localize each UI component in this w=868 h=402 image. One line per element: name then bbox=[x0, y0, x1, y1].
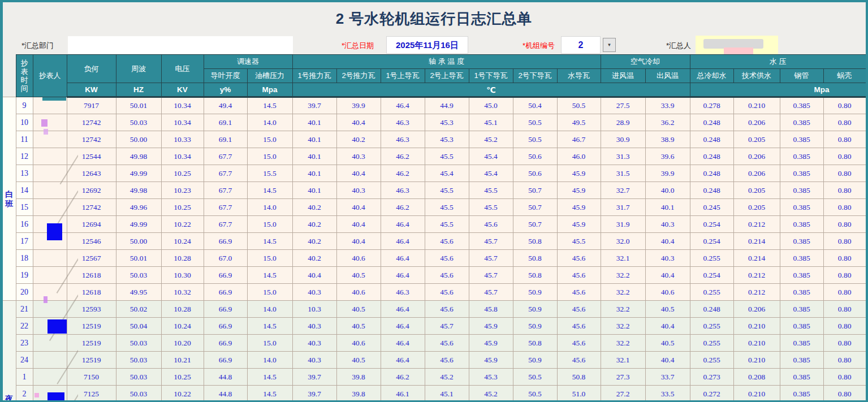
value-cell[interactable]: 40.5 bbox=[336, 267, 381, 284]
value-cell[interactable]: 50.00 bbox=[116, 233, 161, 250]
value-cell[interactable]: 0.385 bbox=[780, 182, 823, 199]
value-cell[interactable]: 40.3 bbox=[336, 148, 381, 165]
value-cell[interactable]: 40.2 bbox=[292, 233, 336, 250]
value-cell[interactable]: 40.5 bbox=[336, 352, 381, 369]
value-cell[interactable]: 45.4 bbox=[469, 148, 513, 165]
value-cell[interactable]: 40.6 bbox=[336, 284, 381, 301]
value-cell[interactable]: 45.5 bbox=[425, 148, 469, 165]
value-cell[interactable]: 0.248 bbox=[690, 182, 733, 199]
value-cell[interactable]: 0.255 bbox=[690, 250, 733, 267]
value-cell[interactable]: 0.80 bbox=[823, 199, 866, 216]
value-cell[interactable]: 40.4 bbox=[336, 216, 381, 233]
value-cell[interactable]: 10.23 bbox=[161, 182, 204, 199]
value-cell[interactable]: 0.210 bbox=[733, 318, 780, 335]
value-cell[interactable]: 66.9 bbox=[204, 318, 247, 335]
value-cell[interactable]: 33.5 bbox=[645, 386, 690, 402]
value-cell[interactable]: 45.8 bbox=[469, 301, 513, 318]
value-cell[interactable]: 0.214 bbox=[733, 233, 780, 250]
value-cell[interactable]: 0.80 bbox=[823, 335, 866, 352]
value-cell[interactable]: 7150 bbox=[67, 369, 116, 386]
value-cell[interactable]: 40.1 bbox=[292, 182, 336, 199]
value-cell[interactable]: 30.9 bbox=[601, 131, 645, 148]
value-cell[interactable]: 10.28 bbox=[161, 250, 204, 267]
value-cell[interactable]: 0.80 bbox=[823, 352, 866, 369]
value-cell[interactable]: 50.5 bbox=[513, 114, 557, 131]
value-cell[interactable]: 45.5 bbox=[469, 199, 513, 216]
value-cell[interactable]: 46.4 bbox=[381, 267, 425, 284]
value-cell[interactable]: 50.7 bbox=[513, 199, 557, 216]
value-cell[interactable]: 50.03 bbox=[116, 352, 161, 369]
value-cell[interactable]: 40.1 bbox=[292, 165, 336, 182]
value-cell[interactable]: 66.9 bbox=[204, 284, 247, 301]
value-cell[interactable]: 10.3 bbox=[292, 301, 336, 318]
value-cell[interactable]: 14.5 bbox=[247, 182, 292, 199]
value-cell[interactable]: 32.2 bbox=[601, 301, 645, 318]
value-cell[interactable]: 0.248 bbox=[690, 114, 733, 131]
value-cell[interactable]: 0.255 bbox=[690, 318, 733, 335]
value-cell[interactable]: 50.03 bbox=[116, 267, 161, 284]
value-cell[interactable]: 40.3 bbox=[292, 284, 336, 301]
value-cell[interactable]: 46.2 bbox=[381, 369, 425, 386]
value-cell[interactable]: 39.7 bbox=[292, 369, 336, 386]
value-cell[interactable]: 0.80 bbox=[823, 182, 866, 199]
value-cell[interactable]: 69.1 bbox=[204, 114, 247, 131]
value-cell[interactable]: 50.03 bbox=[116, 369, 161, 386]
value-cell[interactable]: 0.254 bbox=[690, 233, 733, 250]
value-cell[interactable]: 39.6 bbox=[645, 148, 690, 165]
value-cell[interactable]: 0.80 bbox=[823, 165, 866, 182]
value-cell[interactable]: 32.2 bbox=[601, 318, 645, 335]
hour-cell[interactable]: 21 bbox=[16, 301, 33, 318]
value-cell[interactable]: 45.6 bbox=[425, 267, 469, 284]
value-cell[interactable]: 10.21 bbox=[161, 352, 204, 369]
value-cell[interactable]: 31.7 bbox=[601, 199, 645, 216]
value-cell[interactable]: 15.0 bbox=[247, 148, 292, 165]
value-cell[interactable]: 10.22 bbox=[161, 386, 204, 402]
reader-cell[interactable] bbox=[33, 267, 67, 284]
value-cell[interactable]: 40.6 bbox=[645, 284, 690, 301]
unit-number-field[interactable]: 2 bbox=[561, 36, 601, 54]
value-cell[interactable]: 50.9 bbox=[513, 301, 557, 318]
value-cell[interactable]: 0.80 bbox=[823, 233, 866, 250]
value-cell[interactable]: 67.7 bbox=[204, 216, 247, 233]
value-cell[interactable]: 15.0 bbox=[247, 131, 292, 148]
hour-cell[interactable]: 16 bbox=[16, 216, 33, 233]
value-cell[interactable]: 45.7 bbox=[469, 233, 513, 250]
value-cell[interactable]: 49.98 bbox=[116, 182, 161, 199]
value-cell[interactable]: 12618 bbox=[67, 267, 116, 284]
value-cell[interactable]: 0.385 bbox=[780, 386, 823, 402]
value-cell[interactable]: 14.0 bbox=[247, 301, 292, 318]
value-cell[interactable]: 0.206 bbox=[733, 165, 780, 182]
value-cell[interactable]: 14.5 bbox=[247, 267, 292, 284]
value-cell[interactable]: 0.255 bbox=[690, 284, 733, 301]
value-cell[interactable]: 66.9 bbox=[204, 335, 247, 352]
value-cell[interactable]: 15.5 bbox=[247, 165, 292, 182]
value-cell[interactable]: 45.7 bbox=[425, 318, 469, 335]
value-cell[interactable]: 39.7 bbox=[292, 97, 336, 114]
value-cell[interactable]: 10.25 bbox=[161, 165, 204, 182]
value-cell[interactable]: 46.4 bbox=[381, 233, 425, 250]
value-cell[interactable]: 50.9 bbox=[513, 318, 557, 335]
value-cell[interactable]: 12519 bbox=[67, 318, 116, 335]
value-cell[interactable]: 50.8 bbox=[513, 335, 557, 352]
value-cell[interactable]: 45.3 bbox=[469, 369, 513, 386]
hour-cell[interactable]: 17 bbox=[16, 233, 33, 250]
value-cell[interactable]: 67.7 bbox=[204, 148, 247, 165]
value-cell[interactable]: 12544 bbox=[67, 148, 116, 165]
value-cell[interactable]: 0.385 bbox=[780, 352, 823, 369]
reader-cell[interactable] bbox=[33, 318, 67, 335]
value-cell[interactable]: 10.25 bbox=[161, 369, 204, 386]
value-cell[interactable]: 0.385 bbox=[780, 318, 823, 335]
value-cell[interactable]: 50.03 bbox=[116, 335, 161, 352]
value-cell[interactable]: 32.1 bbox=[601, 352, 645, 369]
reader-cell[interactable] bbox=[33, 284, 67, 301]
value-cell[interactable]: 0.273 bbox=[690, 369, 733, 386]
value-cell[interactable]: 10.24 bbox=[161, 233, 204, 250]
value-cell[interactable]: 45.9 bbox=[557, 182, 601, 199]
value-cell[interactable]: 10.32 bbox=[161, 284, 204, 301]
value-cell[interactable]: 45.9 bbox=[557, 199, 601, 216]
value-cell[interactable]: 28.9 bbox=[601, 114, 645, 131]
value-cell[interactable]: 38.9 bbox=[645, 131, 690, 148]
value-cell[interactable]: 0.206 bbox=[733, 148, 780, 165]
value-cell[interactable]: 45.9 bbox=[469, 335, 513, 352]
value-cell[interactable]: 0.80 bbox=[823, 301, 866, 318]
